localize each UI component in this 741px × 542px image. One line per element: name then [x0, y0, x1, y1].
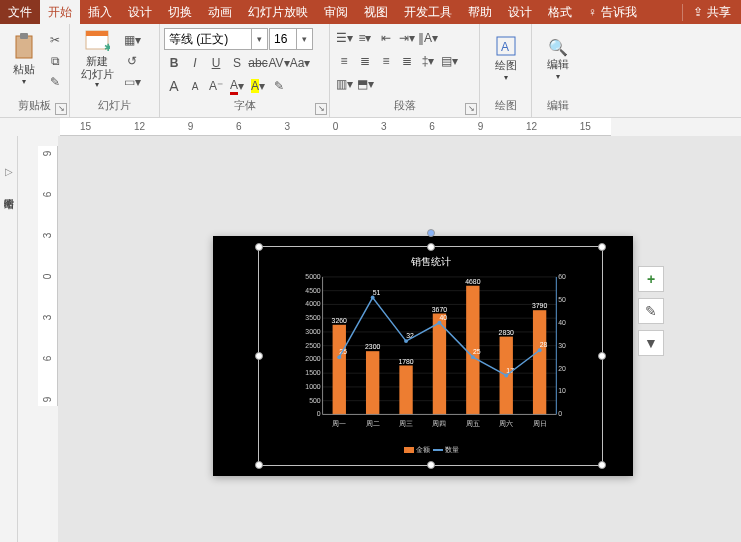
- shrink-font-button[interactable]: A: [185, 76, 205, 96]
- smartart-button[interactable]: ⬒▾: [355, 74, 375, 94]
- share-button[interactable]: ⇪共享: [682, 4, 741, 21]
- section-button[interactable]: ▭▾: [122, 72, 142, 92]
- tab-design2[interactable]: 设计: [500, 0, 540, 24]
- tab-insert[interactable]: 插入: [80, 0, 120, 24]
- chevron-down-icon: ▾: [504, 73, 508, 82]
- tab-devtools[interactable]: 开发工具: [396, 0, 460, 24]
- columns-button[interactable]: ▥▾: [334, 74, 354, 94]
- change-case-button[interactable]: Aa▾: [290, 53, 310, 73]
- tab-slideshow[interactable]: 幻灯片放映: [240, 0, 316, 24]
- svg-text:1780: 1780: [398, 358, 413, 365]
- svg-text:A: A: [501, 40, 509, 54]
- bold-button[interactable]: B: [164, 53, 184, 73]
- svg-rect-0: [16, 36, 32, 58]
- slide[interactable]: 销售统计 05001000150020002500300035004000450…: [213, 236, 633, 476]
- font-launcher[interactable]: ↘: [315, 103, 327, 115]
- svg-text:20: 20: [558, 365, 566, 372]
- outline-collapse-button[interactable]: ▷: [5, 166, 13, 177]
- clipboard-icon: [12, 32, 36, 60]
- justify-button[interactable]: ≣: [397, 51, 417, 71]
- align-center-button[interactable]: ≣: [355, 51, 375, 71]
- resize-handle-tm[interactable]: [427, 243, 435, 251]
- char-spacing-button[interactable]: AV▾: [269, 53, 289, 73]
- font-color-button[interactable]: A▾: [227, 76, 247, 96]
- chart-styles-button[interactable]: ✎: [638, 298, 664, 324]
- bullets-button[interactable]: ☰▾: [334, 28, 354, 48]
- numbering-button[interactable]: ≡▾: [355, 28, 375, 48]
- editing-label: 编辑: [547, 57, 569, 72]
- highlight-button[interactable]: A▾: [248, 76, 268, 96]
- resize-handle-bm[interactable]: [427, 461, 435, 469]
- chevron-down-icon[interactable]: ▾: [296, 29, 312, 49]
- tab-file[interactable]: 文件: [0, 0, 40, 24]
- tell-me[interactable]: ♀告诉我: [580, 4, 645, 21]
- slide-canvas[interactable]: 销售统计 05001000150020002500300035004000450…: [58, 136, 741, 542]
- strike-button[interactable]: abc: [248, 53, 268, 73]
- paste-button[interactable]: 粘贴 ▾: [4, 26, 43, 92]
- tab-help[interactable]: 帮助: [460, 0, 500, 24]
- svg-text:28: 28: [540, 341, 548, 348]
- paragraph-launcher[interactable]: ↘: [465, 103, 477, 115]
- tab-transitions[interactable]: 切换: [160, 0, 200, 24]
- chevron-down-icon[interactable]: ▾: [251, 29, 267, 49]
- cut-button[interactable]: ✂: [45, 30, 65, 50]
- clipboard-launcher[interactable]: ↘: [55, 103, 67, 115]
- tab-home[interactable]: 开始: [40, 0, 80, 24]
- resize-handle-mr[interactable]: [598, 352, 606, 360]
- align-left-button[interactable]: ≡: [334, 51, 354, 71]
- svg-text:10: 10: [558, 387, 566, 394]
- chart-side-buttons: + ✎ ▼: [638, 266, 664, 356]
- resize-handle-ml[interactable]: [255, 352, 263, 360]
- chart-filters-button[interactable]: ▼: [638, 330, 664, 356]
- legend-bar: 金额: [416, 446, 430, 453]
- new-slide-button[interactable]: ✱ 新建 幻灯片 ▾: [74, 26, 120, 92]
- scissors-icon: ✂: [50, 33, 60, 47]
- grow-font-button[interactable]: A: [164, 76, 184, 96]
- font-name-combo[interactable]: ▾: [164, 28, 268, 50]
- resize-handle-bl[interactable]: [255, 461, 263, 469]
- reset-button[interactable]: ↺: [122, 51, 142, 71]
- tab-design[interactable]: 设计: [120, 0, 160, 24]
- layout-button[interactable]: ▦▾: [122, 30, 142, 50]
- bulb-icon: ♀: [588, 5, 597, 19]
- chart[interactable]: 销售统计 05001000150020002500300035004000450…: [269, 255, 592, 457]
- rotate-handle[interactable]: [427, 229, 435, 237]
- font-name-input[interactable]: [165, 29, 251, 49]
- font-size-combo[interactable]: ▾: [269, 28, 313, 50]
- resize-handle-tr[interactable]: [598, 243, 606, 251]
- drawing-button[interactable]: A 绘图 ▾: [484, 26, 527, 92]
- clear-format-button[interactable]: A⁻: [206, 76, 226, 96]
- tab-format[interactable]: 格式: [540, 0, 580, 24]
- svg-text:周日: 周日: [533, 420, 547, 427]
- indent-inc-button[interactable]: ⇥▾: [397, 28, 417, 48]
- editing-button[interactable]: 🔍 编辑 ▾: [536, 26, 580, 92]
- tab-animations[interactable]: 动画: [200, 0, 240, 24]
- svg-text:2000: 2000: [305, 355, 320, 362]
- resize-handle-tl[interactable]: [255, 243, 263, 251]
- underline-button[interactable]: U: [206, 53, 226, 73]
- chevron-down-icon: ▾: [22, 77, 26, 86]
- italic-button[interactable]: I: [185, 53, 205, 73]
- paste-label: 粘贴: [13, 62, 35, 77]
- text-direction-button[interactable]: ‖A▾: [418, 28, 438, 48]
- copy-button[interactable]: ⧉: [45, 51, 65, 71]
- tab-review[interactable]: 审阅: [316, 0, 356, 24]
- svg-text:40: 40: [440, 314, 448, 321]
- shadow-button[interactable]: S: [227, 53, 247, 73]
- tab-view[interactable]: 视图: [356, 0, 396, 24]
- copy-icon: ⧉: [51, 54, 60, 68]
- resize-handle-br[interactable]: [598, 461, 606, 469]
- svg-text:2500: 2500: [305, 342, 320, 349]
- align-text-button[interactable]: ▤▾: [439, 51, 459, 71]
- chart-selection[interactable]: 销售统计 05001000150020002500300035004000450…: [258, 246, 603, 466]
- svg-text:周六: 周六: [499, 420, 513, 427]
- format-painter-button[interactable]: ✎: [45, 72, 65, 92]
- eyedropper-button[interactable]: ✎: [269, 76, 289, 96]
- align-right-button[interactable]: ≡: [376, 51, 396, 71]
- line-spacing-button[interactable]: ‡▾: [418, 51, 438, 71]
- chart-elements-button[interactable]: +: [638, 266, 664, 292]
- svg-text:4680: 4680: [465, 278, 480, 285]
- svg-text:周二: 周二: [366, 420, 380, 427]
- font-size-input[interactable]: [270, 29, 296, 49]
- indent-dec-button[interactable]: ⇤: [376, 28, 396, 48]
